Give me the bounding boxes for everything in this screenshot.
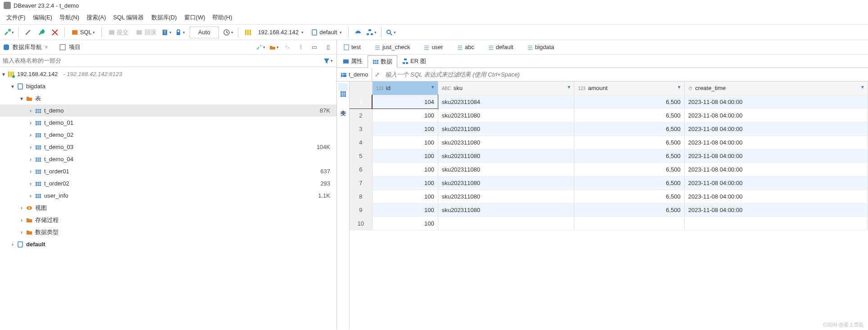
row-number[interactable]: 1 bbox=[350, 95, 372, 108]
vtab-grid[interactable]: 网格 bbox=[338, 83, 348, 90]
menu-file[interactable]: 文件(F) bbox=[4, 13, 28, 23]
cell-amount[interactable]: 6,500 bbox=[574, 122, 684, 136]
cell-sku[interactable]: sku202311080 bbox=[438, 163, 574, 176]
cell-time[interactable]: 2023-11-08 04:00:00 bbox=[684, 149, 868, 163]
tree-table-item[interactable]: ›user_info1.1K bbox=[0, 190, 336, 202]
subtab-er[interactable]: ER 图 bbox=[397, 55, 431, 68]
subtab-properties[interactable]: 属性 bbox=[338, 55, 368, 68]
cell-time[interactable]: 2023-11-08 04:00:00 bbox=[684, 108, 868, 122]
cell-time[interactable]: 2023-11-08 04:00:00 bbox=[684, 122, 868, 136]
cell-time[interactable] bbox=[684, 217, 868, 230]
nav-new-conn-button[interactable]: +▾ bbox=[254, 41, 266, 53]
row-number[interactable]: 10 bbox=[350, 217, 372, 230]
menu-search[interactable]: 搜索(A) bbox=[84, 13, 109, 23]
row-number[interactable]: 6 bbox=[350, 163, 372, 176]
tree-procs-folder[interactable]: › 存储过程 bbox=[0, 214, 336, 226]
cell-sku[interactable] bbox=[438, 217, 574, 230]
cell-amount[interactable]: 6,500 bbox=[574, 136, 684, 149]
history-button[interactable]: ▾ bbox=[223, 27, 234, 38]
cell-amount[interactable]: 6,500 bbox=[574, 149, 684, 163]
cell-sku[interactable]: sku202311080 bbox=[438, 190, 574, 203]
cell-id[interactable]: 100 bbox=[372, 203, 438, 217]
expand-icon[interactable]: ⤢ bbox=[372, 71, 382, 78]
col-header[interactable]: ABC sku▼ bbox=[438, 81, 574, 95]
cell-amount[interactable]: 6,500 bbox=[574, 176, 684, 190]
cell-amount[interactable]: 6,500 bbox=[574, 190, 684, 203]
vtab-text[interactable]: 文本 bbox=[338, 102, 348, 109]
table-row[interactable]: 3100sku2023110806,5002023-11-08 04:00:00 bbox=[350, 122, 868, 136]
tree-tables-folder[interactable]: ▾ 表 bbox=[0, 92, 336, 104]
cell-sku[interactable]: sku202311080 bbox=[438, 108, 574, 122]
row-number[interactable]: 3 bbox=[350, 122, 372, 136]
nav-collapse-button[interactable]: ⁝ bbox=[295, 41, 307, 53]
tab-abc[interactable]: abc bbox=[453, 42, 478, 52]
cell-time[interactable]: 2023-11-08 04:00:00 bbox=[684, 136, 868, 149]
schema-button[interactable]: ▾ bbox=[366, 27, 377, 38]
cell-sku[interactable]: sku202311080 bbox=[438, 149, 574, 163]
table-row[interactable]: 9100sku2023110806,5002023-11-08 04:00:00 bbox=[350, 203, 868, 217]
menu-database[interactable]: 数据库(D) bbox=[149, 13, 180, 23]
cell-id[interactable]: 104 bbox=[372, 95, 438, 108]
nav-max-button[interactable]: ▯ bbox=[322, 41, 334, 53]
tab-bigdata[interactable]: bigdata bbox=[523, 42, 558, 52]
tree-db-default[interactable]: › default bbox=[0, 238, 336, 250]
cell-amount[interactable]: 6,500 bbox=[574, 163, 684, 176]
tab-user[interactable]: user bbox=[420, 42, 446, 52]
row-number[interactable]: 4 bbox=[350, 136, 372, 149]
dashboard-button[interactable] bbox=[352, 27, 364, 38]
row-number[interactable]: 8 bbox=[350, 190, 372, 203]
col-header[interactable]: 123 amount▼ bbox=[574, 81, 684, 95]
tree-db-bigdata[interactable]: ▾ bigdata bbox=[0, 80, 336, 92]
table-row[interactable]: 1104sku2023110846,5002023-11-08 04:00:00 bbox=[350, 95, 868, 108]
cell-time[interactable]: 2023-11-08 04:00:00 bbox=[684, 190, 868, 203]
auto-commit[interactable]: Auto bbox=[190, 27, 219, 38]
cell-id[interactable]: 100 bbox=[372, 176, 438, 190]
lock-button[interactable]: ▾ bbox=[174, 27, 186, 38]
close-tab-icon[interactable]: × bbox=[45, 44, 48, 50]
menu-edit[interactable]: 编辑(E) bbox=[30, 13, 55, 23]
tree-types-folder[interactable]: › 数据类型 bbox=[0, 226, 336, 238]
nav-link-button[interactable] bbox=[282, 41, 293, 53]
cell-id[interactable]: 100 bbox=[372, 108, 438, 122]
search-button[interactable]: ▾ bbox=[385, 27, 397, 38]
cell-time[interactable]: 2023-11-08 04:00:00 bbox=[684, 203, 868, 217]
tx-button[interactable]: T▾ bbox=[161, 27, 173, 38]
cell-time[interactable]: 2023-11-08 04:00:00 bbox=[684, 176, 868, 190]
subtab-data[interactable]: 数据 bbox=[368, 55, 397, 68]
menu-help[interactable]: 帮助(H) bbox=[209, 13, 235, 23]
tab-default[interactable]: default bbox=[484, 42, 517, 52]
tab-projects[interactable]: 项目 bbox=[69, 43, 81, 51]
cell-id[interactable]: 100 bbox=[372, 190, 438, 203]
commit-button[interactable]: 提交 bbox=[105, 27, 132, 38]
tree-views-folder[interactable]: › 视图 bbox=[0, 202, 336, 214]
tree-table-item[interactable]: ›t_order01637 bbox=[0, 165, 336, 177]
cell-time[interactable]: 2023-11-08 04:00:00 bbox=[684, 163, 868, 176]
cell-sku[interactable]: sku202311080 bbox=[438, 122, 574, 136]
rollback-button[interactable]: 回滚 bbox=[133, 27, 159, 38]
table-row[interactable]: 8100sku2023110806,5002023-11-08 04:00:00 bbox=[350, 190, 868, 203]
tab-just-check[interactable]: just_check bbox=[371, 42, 414, 52]
table-row[interactable]: 10100 bbox=[350, 217, 868, 230]
cell-amount[interactable]: 6,500 bbox=[574, 95, 684, 108]
tab-test[interactable]: test bbox=[340, 42, 364, 52]
table-row[interactable]: 6100sku2023110806,5002023-11-08 04:00:00 bbox=[350, 163, 868, 176]
tree-filter-input[interactable] bbox=[3, 57, 322, 64]
table-row[interactable]: 5100sku2023110806,5002023-11-08 04:00:00 bbox=[350, 149, 868, 163]
cell-sku[interactable]: sku202311080 bbox=[438, 203, 574, 217]
cell-sku[interactable]: sku202311080 bbox=[438, 136, 574, 149]
tree-table-item[interactable]: ›t_demo_01 bbox=[0, 117, 336, 129]
tab-db-navigator[interactable]: 数据库导航 bbox=[13, 43, 42, 51]
table-row[interactable]: 2100sku2023110806,5002023-11-08 04:00:00 bbox=[350, 108, 868, 122]
connect-button[interactable] bbox=[22, 27, 34, 38]
table-row[interactable]: 4100sku2023110806,5002023-11-08 04:00:00 bbox=[350, 136, 868, 149]
new-connection-button[interactable]: +▾ bbox=[3, 27, 14, 38]
tree-table-item[interactable]: ›t_demo_04 bbox=[0, 153, 336, 165]
cell-amount[interactable]: 6,500 bbox=[574, 108, 684, 122]
row-number[interactable]: 5 bbox=[350, 149, 372, 163]
menu-nav[interactable]: 导航(N) bbox=[57, 13, 82, 23]
col-header[interactable]: ⏱ create_time▼ bbox=[684, 81, 868, 95]
cell-time[interactable]: 2023-11-08 04:00:00 bbox=[684, 95, 868, 108]
row-number[interactable]: 7 bbox=[350, 176, 372, 190]
connection-selector[interactable]: 192.168.42.142 ▾ bbox=[255, 27, 306, 38]
cell-amount[interactable] bbox=[574, 217, 684, 230]
